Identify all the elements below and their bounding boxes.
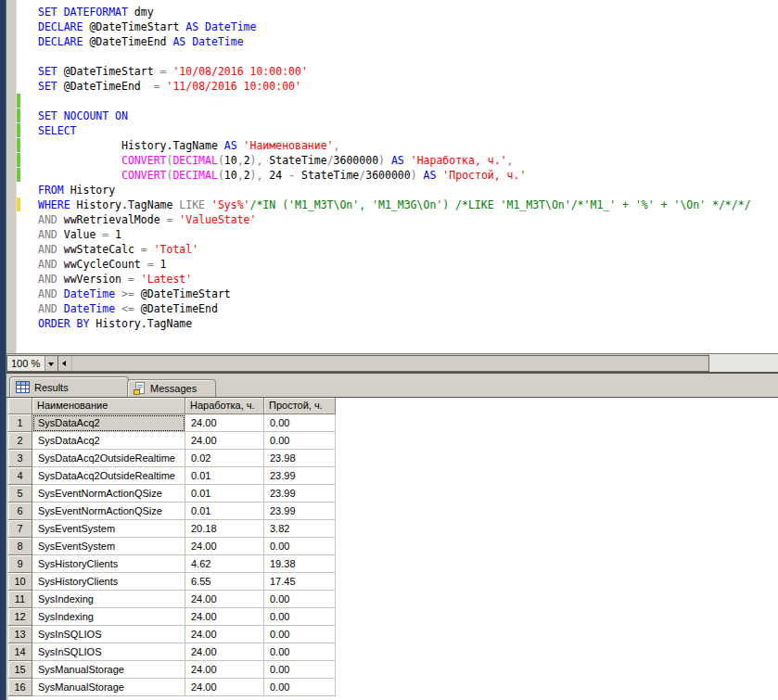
row-header[interactable]: 10 xyxy=(8,573,32,591)
grid-cell[interactable]: 0.01 xyxy=(185,485,264,503)
grid-cell[interactable]: SysEventNormActionQSize xyxy=(32,503,185,520)
row-header[interactable]: 11 xyxy=(8,591,32,608)
grid-cell[interactable]: 0.00 xyxy=(264,538,336,555)
code-line[interactable]: AND wwVersion = 'Latest' xyxy=(38,272,778,286)
grid-cell[interactable]: 24.00 xyxy=(185,538,264,555)
grid-cell[interactable]: SysHistoryClients xyxy=(32,573,185,591)
row-header[interactable]: 3 xyxy=(8,450,32,467)
grid-cell[interactable]: 0.00 xyxy=(264,432,336,450)
grid-cell[interactable]: 24.00 xyxy=(185,679,264,696)
row-header[interactable]: 12 xyxy=(8,608,32,626)
grid-cell[interactable]: 0.00 xyxy=(264,414,336,432)
code-line[interactable]: CONVERT(DECIMAL(10,2), 24 - StateTime/36… xyxy=(38,168,778,183)
code-line[interactable]: AND wwCycleCount = 1 xyxy=(38,257,778,272)
grid-cell[interactable]: 6.55 xyxy=(185,573,264,591)
grid-cell[interactable]: 0.00 xyxy=(264,626,336,643)
column-header[interactable]: Наработка, ч. xyxy=(185,398,264,414)
row-header[interactable]: 9 xyxy=(8,555,32,573)
row-header[interactable]: 5 xyxy=(8,485,32,503)
code-line[interactable]: DECLARE @DateTimeEnd AS DateTime xyxy=(38,34,778,49)
row-header[interactable]: 4 xyxy=(8,467,32,485)
grid-cell[interactable]: 0.00 xyxy=(264,661,336,679)
code-line[interactable]: CONVERT(DECIMAL(10,2), StateTime/3600000… xyxy=(38,153,778,168)
row-header[interactable]: 1 xyxy=(8,414,32,432)
code-line[interactable] xyxy=(38,49,778,64)
grid-cell[interactable]: 0.01 xyxy=(185,503,264,520)
grid-cell[interactable]: 19.38 xyxy=(264,555,336,573)
grid-cell[interactable]: 24.00 xyxy=(185,626,264,643)
code-line[interactable]: History.TagName AS 'Наименование', xyxy=(38,138,778,153)
sql-editor[interactable]: SET DATEFORMAT dmyDECLARE @DateTimeStart… xyxy=(6,0,778,353)
horizontal-scrollbar[interactable] xyxy=(57,355,709,372)
code-line[interactable]: AND DateTime <= @DateTimeEnd xyxy=(38,301,778,316)
code-line[interactable]: SET @DateTimeStart = '10/08/2016 10:00:0… xyxy=(38,64,778,79)
code-line[interactable]: AND DateTime >= @DateTimeStart xyxy=(38,286,778,301)
row-header[interactable]: 7 xyxy=(8,520,32,538)
code-line[interactable]: SET NOCOUNT ON xyxy=(38,108,778,123)
code-line[interactable]: SET DATEFORMAT dmy xyxy=(38,5,778,19)
grid-cell[interactable]: 0.00 xyxy=(264,591,336,608)
row-header[interactable]: 8 xyxy=(8,538,32,555)
grid-cell[interactable]: 23.99 xyxy=(264,503,336,520)
grid-cell[interactable]: 17.45 xyxy=(264,573,336,591)
grid-cell[interactable]: SysIndexing xyxy=(32,591,185,608)
zoom-combobox[interactable]: 100 % xyxy=(6,355,58,372)
code-line[interactable]: WHERE History.TagName LIKE 'Sys%'/*IN ('… xyxy=(38,197,778,212)
grid-cell[interactable]: 24.00 xyxy=(185,591,264,608)
row-header[interactable]: 13 xyxy=(8,626,32,643)
column-header[interactable]: Наименование xyxy=(32,398,185,414)
grid-cell[interactable]: 24.00 xyxy=(185,608,264,626)
grid-cell[interactable]: 23.98 xyxy=(264,450,336,467)
results-grid[interactable]: НаименованиеНаработка, ч.Простой, ч. 1Sy… xyxy=(8,398,336,696)
grid-cell[interactable]: SysInSQLIOS xyxy=(32,626,185,643)
code-line[interactable]: DECLARE @DateTimeStart AS DateTime xyxy=(38,19,778,34)
grid-cell[interactable]: SysDataAcq2 xyxy=(32,432,185,450)
grid-cell-selected[interactable]: SysDataAcq2 xyxy=(32,414,185,432)
grid-cell[interactable]: 0.02 xyxy=(185,450,264,467)
grid-cell[interactable]: SysManualStorage xyxy=(32,679,185,696)
code-line[interactable]: ORDER BY History.TagName xyxy=(38,316,778,331)
grid-cell[interactable]: SysDataAcq2OutsideRealtime xyxy=(32,450,185,467)
grid-cell[interactable]: 24.00 xyxy=(185,432,264,450)
code-line[interactable]: AND wwRetrievalMode = 'ValueState' xyxy=(38,212,778,227)
code-line[interactable]: AND Value = 1 xyxy=(38,227,778,242)
grid-cell[interactable]: SysIndexing xyxy=(32,608,185,626)
grid-cell[interactable]: 0.00 xyxy=(264,608,336,626)
grid-cell[interactable]: SysEventSystem xyxy=(32,538,185,555)
grid-cell[interactable]: 0.00 xyxy=(264,679,336,696)
grid-cell[interactable]: 24.00 xyxy=(185,643,264,661)
grid-cell[interactable]: 24.00 xyxy=(185,661,264,679)
editor-selection-margin[interactable] xyxy=(6,0,17,353)
row-header[interactable]: 14 xyxy=(8,643,32,661)
grid-cell[interactable]: SysHistoryClients xyxy=(32,555,185,573)
grid-cell[interactable]: 4.62 xyxy=(185,555,264,573)
grid-cell[interactable]: 0.00 xyxy=(264,643,336,661)
code-line[interactable]: FROM History xyxy=(38,183,778,197)
tab-results[interactable]: Results xyxy=(9,376,129,397)
code-line[interactable]: SET @DateTimeEnd = '11/08/2016 10:00:00' xyxy=(38,79,778,94)
scroll-left-button[interactable] xyxy=(58,356,72,371)
code-line[interactable]: AND wwStateCalc = 'Total' xyxy=(38,242,778,257)
row-header[interactable]: 6 xyxy=(8,503,32,520)
grid-cell[interactable]: 23.99 xyxy=(264,467,336,485)
column-header[interactable]: Простой, ч. xyxy=(264,398,336,414)
scrollbar-track[interactable] xyxy=(72,356,708,371)
grid-corner-cell[interactable] xyxy=(8,398,32,414)
grid-cell[interactable]: 24.00 xyxy=(185,414,264,432)
row-header[interactable]: 16 xyxy=(8,679,32,696)
grid-cell[interactable]: 20.18 xyxy=(185,520,264,538)
grid-cell[interactable]: SysEventSystem xyxy=(32,520,185,538)
grid-cell[interactable]: 0.01 xyxy=(185,467,264,485)
tab-messages[interactable]: Messages xyxy=(127,379,216,397)
code-line[interactable]: SELECT xyxy=(38,123,778,138)
code-line[interactable] xyxy=(38,94,778,108)
grid-cell[interactable]: SysEventNormActionQSize xyxy=(32,485,185,503)
code-area[interactable]: SET DATEFORMAT dmyDECLARE @DateTimeStart… xyxy=(23,0,778,353)
row-header[interactable]: 15 xyxy=(8,661,32,679)
zoom-value[interactable]: 100 % xyxy=(7,356,45,371)
grid-cell[interactable]: SysManualStorage xyxy=(32,661,185,679)
grid-cell[interactable]: SysInSQLIOS xyxy=(32,643,185,661)
grid-cell[interactable]: 3.82 xyxy=(264,520,336,538)
grid-cell[interactable]: 23.99 xyxy=(264,485,336,503)
zoom-dropdown-button[interactable] xyxy=(45,356,57,371)
